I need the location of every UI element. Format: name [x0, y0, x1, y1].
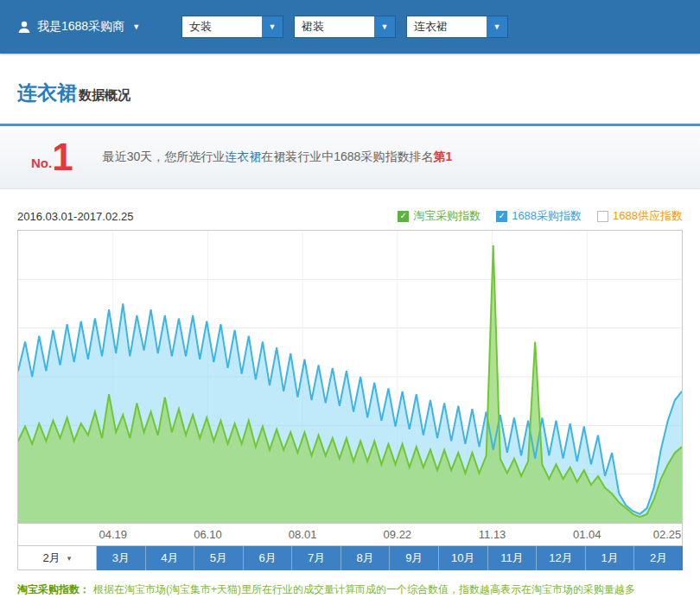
- rank-text-middle: 在裙装行业中1688采购指数排名: [261, 150, 433, 163]
- footnote-0: 淘宝采购指数：根据在淘宝市场(淘宝集市+天猫)里所在行业的成交量计算而成的一个综…: [17, 581, 683, 598]
- x-tick-label: 04.19: [99, 528, 127, 541]
- page-title-suffix: 数据概况: [79, 87, 130, 104]
- chart-header: 2016.03.01-2017.02.25 ✓淘宝采购指数✓1688采购指数16…: [17, 207, 683, 226]
- x-axis: 04.1906.1008.0109.2211.1301.0402.25: [18, 523, 682, 545]
- month-tab-10月[interactable]: 10月: [439, 546, 488, 570]
- chevron-down-icon: ▼: [132, 22, 140, 31]
- checkbox-unchecked-icon[interactable]: [597, 211, 608, 222]
- legend-item-0[interactable]: ✓淘宝采购指数: [398, 208, 480, 224]
- rank-keyword: 连衣裙: [225, 150, 261, 163]
- legend-label: 1688采购指数: [512, 208, 582, 224]
- rank-label: 第1: [433, 150, 452, 163]
- category-select-level3[interactable]: 连衣裙 ▼: [406, 16, 508, 38]
- select-value: 女装: [182, 19, 212, 35]
- rank-no-prefix: No.: [31, 156, 52, 170]
- footnote-label: 淘宝采购指数：: [17, 583, 90, 595]
- month-tab-2月[interactable]: 2月: [634, 546, 683, 570]
- month-tab-4月[interactable]: 4月: [146, 546, 195, 570]
- user-menu[interactable]: 我是1688采购商 ▼: [17, 19, 140, 35]
- page-title: 连衣裙 数据概况: [17, 80, 700, 106]
- rank-description: 最近30天，您所选行业连衣裙在裙装行业中1688采购指数排名第1: [103, 150, 453, 165]
- legend-label: 1688供应指数: [613, 208, 683, 224]
- x-tick-label: 06.10: [194, 528, 222, 541]
- select-value: 连衣裙: [407, 19, 448, 35]
- rank-number-badge: No. 1: [31, 138, 73, 176]
- x-tick-label: 11.13: [479, 528, 506, 541]
- month-tab-1月[interactable]: 1月: [586, 546, 635, 570]
- chart-plot: [18, 231, 682, 523]
- month-tab-11月[interactable]: 11月: [488, 546, 538, 570]
- legend-item-1[interactable]: ✓1688采购指数: [496, 208, 582, 224]
- legend-label: 淘宝采购指数: [413, 208, 480, 224]
- chart-box: 04.1906.1008.0109.2211.1301.0402.25: [17, 230, 683, 546]
- page-title-keyword: 连衣裙: [17, 80, 77, 106]
- area-chart: [18, 231, 682, 523]
- x-tick-label: 01.04: [573, 528, 601, 541]
- month-tab-6月[interactable]: 6月: [244, 546, 293, 570]
- chart-legend: ✓淘宝采购指数✓1688采购指数1688供应指数: [398, 208, 683, 224]
- chevron-down-icon[interactable]: ▼: [487, 16, 507, 37]
- x-tick-label: 02.25: [653, 528, 682, 541]
- footnotes: 淘宝采购指数：根据在淘宝市场(淘宝集市+天猫)里所在行业的成交量计算而成的一个综…: [17, 570, 683, 598]
- category-select-level2[interactable]: 裙装 ▼: [294, 16, 396, 38]
- legend-item-2[interactable]: 1688供应指数: [597, 208, 683, 224]
- chevron-down-icon[interactable]: ▼: [262, 16, 283, 37]
- category-select-level1[interactable]: 女装 ▼: [181, 16, 283, 38]
- chevron-down-icon: ▾: [67, 554, 72, 563]
- user-icon: [17, 20, 31, 34]
- select-value: 裙装: [295, 19, 324, 35]
- month-tab-bar: 2月 ▾ 3月4月5月6月7月8月9月10月11月12月1月2月: [17, 546, 683, 570]
- user-menu-label: 我是1688采购商: [37, 19, 124, 35]
- month-tab-5月[interactable]: 5月: [194, 546, 244, 570]
- month-tab-8月[interactable]: 8月: [341, 546, 391, 570]
- chart-section: 2016.03.01-2017.02.25 ✓淘宝采购指数✓1688采购指数16…: [0, 207, 700, 598]
- month-tab-3月[interactable]: 3月: [97, 546, 146, 570]
- month-tab-9月[interactable]: 9月: [390, 546, 439, 570]
- x-tick-label: 09.22: [384, 528, 412, 541]
- rank-text-before: 最近30天，您所选行业: [103, 150, 226, 163]
- rank-no-value: 1: [52, 138, 73, 176]
- chevron-down-icon[interactable]: ▼: [374, 16, 395, 37]
- checkbox-checked-icon[interactable]: ✓: [496, 211, 507, 222]
- month-tab-12月[interactable]: 12月: [537, 546, 586, 570]
- date-range-label: 2016.03.01-2017.02.25: [17, 210, 133, 223]
- month-select-value: 2月: [43, 550, 60, 566]
- checkbox-checked-icon[interactable]: ✓: [398, 211, 409, 222]
- month-tab-7月[interactable]: 7月: [292, 546, 341, 570]
- rank-banner: No. 1 最近30天，您所选行业连衣裙在裙装行业中1688采购指数排名第1: [0, 124, 700, 189]
- month-select-current[interactable]: 2月 ▾: [17, 546, 97, 570]
- topbar: 我是1688采购商 ▼ 女装 ▼ 裙装 ▼ 连衣裙 ▼: [0, 0, 700, 54]
- footnote-text: 根据在淘宝市场(淘宝集市+天猫)里所在行业的成交量计算而成的一个综合数值，指数越…: [93, 583, 635, 595]
- x-tick-label: 08.01: [289, 528, 317, 541]
- filter-bar: 女装 ▼ 裙装 ▼ 连衣裙 ▼: [181, 16, 508, 38]
